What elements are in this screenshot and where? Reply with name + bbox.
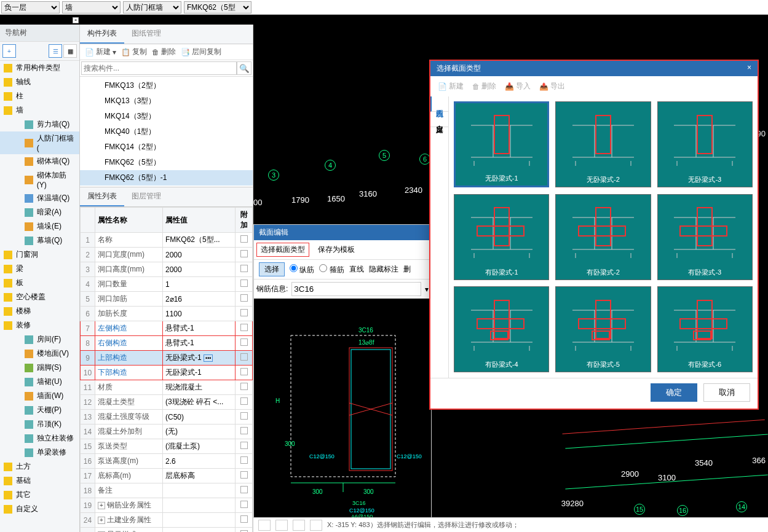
section-card[interactable]: 有卧梁式-3	[657, 194, 753, 280]
tree-sub-item[interactable]: 天棚(P)	[0, 403, 79, 417]
extra-checkbox[interactable]	[240, 486, 248, 493]
level-select[interactable]: 负一层	[1, 1, 60, 14]
tree-item[interactable]: 墙	[0, 103, 79, 117]
component-item[interactable]: MKQ40（1型）	[80, 124, 253, 139]
tree-item[interactable]: 梁	[0, 262, 79, 276]
extra-checkbox[interactable]	[240, 280, 248, 287]
sidetab-system[interactable]: 系统内置	[430, 96, 448, 112]
section-card[interactable]: 有卧梁式-2	[555, 194, 651, 280]
expand-icon[interactable]: +	[98, 517, 105, 524]
tree-sub-item[interactable]: 墙垛(E)	[0, 219, 79, 233]
tree-item[interactable]: 装修	[0, 318, 79, 332]
extra-checkbox[interactable]	[240, 353, 248, 361]
property-row[interactable]: 17底标高(m)层底标高	[81, 469, 253, 483]
component-item[interactable]: FMKQ62（5型）	[80, 155, 253, 170]
section-drawing[interactable]: 3C16 13⌀8f H 300 C12@150 C12@150 300 300…	[254, 299, 431, 520]
extra-checkbox[interactable]	[240, 442, 248, 449]
extra-checkbox[interactable]	[240, 412, 248, 420]
property-row[interactable]: 8右侧构造悬臂式-1	[81, 336, 253, 351]
search-icon[interactable]: 🔍	[237, 61, 251, 75]
section-card[interactable]: 有卧梁式-5	[555, 286, 651, 372]
property-row[interactable]: 12混凝土类型(3现浇砼 碎石 <...	[81, 395, 253, 410]
tab-layer-mgmt[interactable]: 图层管理	[124, 187, 168, 206]
tree-item[interactable]: 常用构件类型	[0, 61, 79, 75]
del-button[interactable]: 删	[403, 264, 411, 275]
extra-checkbox[interactable]	[240, 368, 248, 375]
line-tool[interactable]: 直线	[349, 264, 364, 275]
extra-checkbox[interactable]	[240, 324, 248, 331]
dlg-import-button[interactable]: 📥导入	[505, 81, 531, 92]
tree-sub-item[interactable]: 墙面(W)	[0, 389, 79, 403]
property-row[interactable]: 11材质现浇混凝土	[81, 380, 253, 395]
property-row[interactable]: 15泵送类型(混凝土泵)	[81, 439, 253, 454]
section-card[interactable]: 无卧梁式-3	[657, 101, 753, 187]
component-item[interactable]: MKQ13（3型）	[80, 93, 253, 109]
property-row[interactable]: 10下部构造无卧梁式-1	[81, 366, 253, 380]
tree-sub-item[interactable]: 独立柱装修	[0, 431, 79, 445]
extra-checkbox[interactable]	[240, 338, 248, 346]
tree-item[interactable]: 空心楼盖	[0, 290, 79, 304]
property-row[interactable]: 13混凝土强度等级(C50)	[81, 410, 253, 424]
expand-icon[interactable]: +	[98, 502, 105, 509]
dialog-title-bar[interactable]: 选择截面类型 ×	[430, 61, 758, 76]
extra-checkbox[interactable]	[240, 309, 248, 316]
stirrup-radio[interactable]: 箍筋	[319, 264, 344, 275]
component-item[interactable]: FMKQ13（2型）	[80, 78, 253, 93]
extra-checkbox[interactable]	[240, 294, 248, 302]
property-row[interactable]: 7左侧构造悬臂式-1	[81, 321, 253, 336]
close-icon[interactable]: ×	[747, 63, 751, 74]
ellipsis-button[interactable]: •••	[204, 354, 213, 362]
property-row[interactable]: 2洞口宽度(mm)2000	[81, 248, 253, 262]
extra-checkbox[interactable]	[240, 427, 248, 434]
extra-checkbox[interactable]	[240, 265, 248, 272]
sb-btn-2[interactable]	[275, 520, 288, 531]
tree-sub-item[interactable]: 踢脚(S)	[0, 361, 79, 375]
tree-item[interactable]: 其它	[0, 488, 79, 502]
view-grid-icon[interactable]: ▦	[63, 44, 77, 58]
copy-button[interactable]: 📋复制	[121, 47, 147, 57]
property-row[interactable]: 5洞口加筋2⌀16	[81, 292, 253, 307]
category-select[interactable]: 墙	[62, 1, 121, 14]
intercopy-button[interactable]: 📑层间复制	[181, 47, 221, 57]
delete-button[interactable]: 🗑删除	[152, 47, 176, 57]
search-input[interactable]	[81, 61, 237, 75]
tree-sub-item[interactable]: 墙裙(U)	[0, 375, 79, 389]
tab-property-list[interactable]: 属性列表	[80, 187, 124, 206]
save-template-button[interactable]: 保存为模板	[314, 243, 358, 256]
sb-btn-1[interactable]	[258, 520, 271, 531]
rebar-dropdown-icon[interactable]: ▾	[425, 285, 429, 294]
cancel-button[interactable]: 取消	[703, 383, 750, 402]
nav-add-icon[interactable]: +	[2, 44, 16, 58]
property-row[interactable]: 6加筋长度1100	[81, 307, 253, 321]
tree-sub-item[interactable]: 吊顶(K)	[0, 417, 79, 431]
section-card[interactable]: 无卧梁式-2	[555, 101, 651, 187]
tree-item[interactable]: 自定义	[0, 502, 79, 516]
extra-checkbox[interactable]	[240, 397, 248, 405]
component-item[interactable]: MKQ14（3型）	[80, 109, 253, 124]
tree-item[interactable]: 土方	[0, 460, 79, 474]
tab-component-list[interactable]: 构件列表	[80, 25, 124, 44]
component-item[interactable]: FMKQ14（2型）	[80, 139, 253, 155]
tree-item[interactable]: 柱	[0, 89, 79, 103]
tree-sub-item[interactable]: 房间(F)	[0, 332, 79, 346]
tree-item[interactable]: 门窗洞	[0, 248, 79, 262]
select-section-type-button[interactable]: 选择截面类型	[256, 243, 309, 257]
property-row[interactable]: 19+ 钢筋业务属性	[81, 498, 253, 513]
section-card[interactable]: 有卧梁式-1	[454, 194, 549, 280]
property-row[interactable]: 4洞口数量1	[81, 277, 253, 292]
extra-checkbox[interactable]	[240, 250, 248, 257]
tree-sub-item[interactable]: 砌体加筋(Y)	[0, 168, 79, 191]
tree-sub-item[interactable]: 幕墙(Q)	[0, 233, 79, 248]
component-item[interactable]: FMKQ62（5型）-1	[80, 170, 253, 186]
section-card[interactable]: 有卧梁式-4	[454, 286, 549, 372]
rebar-info-input[interactable]	[291, 282, 421, 296]
tree-sub-item[interactable]: 楼地面(V)	[0, 346, 79, 361]
tree-sub-item[interactable]: 砌体墙(Q)	[0, 154, 79, 168]
panel-close-icon[interactable]: ×	[73, 17, 79, 23]
section-card[interactable]: 有卧梁式-6	[657, 286, 753, 372]
property-row[interactable]: 16泵送高度(m)2.6	[81, 454, 253, 469]
property-row[interactable]: 1名称FMKQ62（5型...	[81, 233, 253, 248]
tab-drawing-mgmt[interactable]: 图纸管理	[124, 25, 168, 44]
property-row[interactable]: 26+ 显示样式	[81, 528, 253, 533]
tree-sub-item[interactable]: 人防门框墙(	[0, 131, 79, 154]
